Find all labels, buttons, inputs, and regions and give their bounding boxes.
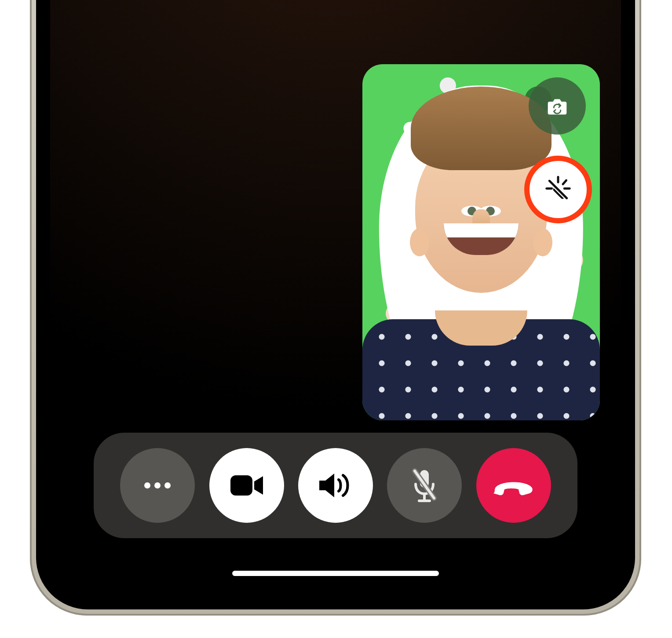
pip-subject-shirt xyxy=(362,319,600,420)
flip-camera-button[interactable]: Flip Camera xyxy=(529,77,586,135)
svg-line-1 xyxy=(563,180,566,184)
facetime-screen: Flip Camera Effects xyxy=(50,0,621,595)
svg-point-10 xyxy=(164,482,171,489)
ellipsis-icon xyxy=(142,481,173,490)
end-call-icon xyxy=(493,475,535,496)
svg-rect-11 xyxy=(230,475,252,496)
pip-subject-mouth xyxy=(444,223,519,255)
svg-point-8 xyxy=(144,482,150,489)
mute-button[interactable]: Mute xyxy=(387,448,462,523)
phone-bezel: Flip Camera Effects xyxy=(36,0,635,609)
pip-subject-ear xyxy=(533,228,552,256)
phone-frame: Flip Camera Effects xyxy=(30,0,641,616)
camera-flip-icon xyxy=(544,92,571,120)
effects-wand-off-icon xyxy=(543,174,573,205)
effects-button[interactable]: Effects xyxy=(524,156,592,223)
video-icon xyxy=(229,472,265,499)
home-indicator[interactable] xyxy=(232,571,439,576)
self-view-pip[interactable]: Flip Camera Effects xyxy=(362,64,600,420)
end-call-button[interactable]: End xyxy=(476,448,551,523)
pip-subject-teeth xyxy=(444,223,519,237)
facetime-control-bar: More Video Speaker xyxy=(94,433,577,538)
audio-button[interactable]: Speaker xyxy=(298,448,373,523)
pip-subject-collar xyxy=(435,310,527,346)
mic-off-icon xyxy=(410,467,438,503)
pip-subject-ear xyxy=(410,228,429,256)
speaker-icon xyxy=(317,470,354,501)
svg-point-9 xyxy=(154,482,161,489)
video-button[interactable]: Video xyxy=(209,448,284,523)
more-button[interactable]: More xyxy=(120,448,195,523)
